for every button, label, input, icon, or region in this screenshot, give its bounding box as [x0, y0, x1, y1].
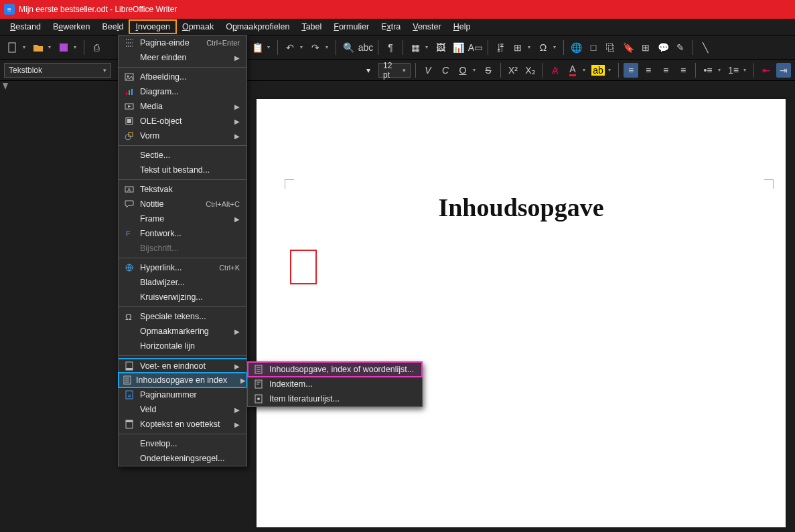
menu-opmaak[interactable]: Opmaak: [176, 20, 220, 33]
menu-tabel[interactable]: Tabel: [295, 20, 328, 33]
menu-item-sectie[interactable]: Sectie...: [119, 148, 246, 163]
blank-icon: [123, 341, 136, 351]
clear-format-icon[interactable]: A̷: [548, 63, 563, 78]
menu-item-item-literatuurlijst[interactable]: Item literatuurlijst...: [248, 391, 422, 406]
submenu-arrow-icon: ▶: [234, 406, 240, 414]
menu-item-horizontale-lijn[interactable]: Horizontale lijn: [119, 339, 246, 353]
submenu-arrow-icon: ▶: [234, 215, 240, 223]
menu-item-tekstvak[interactable]: ATekstvak: [119, 182, 246, 197]
strike-icon[interactable]: S: [481, 63, 496, 78]
track-changes-icon[interactable]: ✎: [673, 40, 688, 55]
chart-insert-icon[interactable]: 📊: [451, 40, 465, 55]
menu-item-meer-einden[interactable]: Meer einden▶: [119, 50, 246, 65]
menu-beeld[interactable]: Beeld: [96, 20, 129, 33]
menu-item-inhoudsopgave-en-index[interactable]: Inhoudsopgave en index▶: [119, 373, 246, 387]
increase-indent-icon[interactable]: ⇥: [776, 63, 791, 78]
subscript-icon[interactable]: X₂: [523, 63, 538, 78]
menu-item-koptekst-en-voettekst[interactable]: Koptekst en voettekst▶: [119, 417, 246, 432]
textbox-insert-icon[interactable]: A▭: [468, 40, 483, 55]
submenu-arrow-icon: ▶: [234, 118, 240, 125]
align-right-icon[interactable]: ≡: [658, 63, 673, 78]
align-justify-icon[interactable]: ≡: [676, 63, 691, 78]
field-icon[interactable]: ⊞: [510, 40, 525, 55]
endnote-icon[interactable]: ⿻: [603, 40, 618, 55]
redo-icon[interactable]: ↷: [308, 40, 323, 55]
font-size-combo[interactable]: 12 pt▾: [378, 63, 411, 78]
paste-icon[interactable]: 📋: [250, 40, 265, 55]
menu-item-label: Hyperlink...: [140, 263, 206, 272]
menu-item-label: Kruisverwijzing...: [140, 292, 240, 302]
menu-item-indexitem[interactable]: Indexitem...: [248, 377, 422, 391]
align-left-icon[interactable]: ≡: [624, 63, 638, 78]
menu-item-voet-en-eindnoot[interactable]: Voet- en eindnoot▶: [119, 358, 246, 373]
menu-help[interactable]: Help: [447, 20, 477, 33]
formatting-marks-icon[interactable]: ¶: [383, 40, 398, 55]
comment-insert-icon[interactable]: 💬: [656, 40, 670, 55]
blank-icon: [123, 213, 136, 224]
underline-icon[interactable]: O: [455, 63, 470, 78]
menu-opmaakprofielen[interactable]: Opmaakprofielen: [220, 20, 295, 33]
menu-item-media[interactable]: Media▶: [119, 99, 246, 114]
image-insert-icon[interactable]: 🖼: [433, 40, 448, 55]
symbol-icon[interactable]: Ω: [536, 40, 551, 55]
line-icon[interactable]: ╲: [698, 40, 713, 55]
menu-item-fontwork[interactable]: FFontwork...: [119, 226, 246, 241]
menu-item-afbeelding[interactable]: Afbeelding...: [119, 70, 246, 84]
menu-bewerken[interactable]: Bewerken: [47, 20, 96, 33]
menu-item-veld[interactable]: Veld▶: [119, 402, 246, 417]
menu-item-bladwijzer[interactable]: Bladwijzer...: [119, 275, 246, 290]
menu-item-frame[interactable]: Frame▶: [119, 211, 246, 226]
export-pdf-icon[interactable]: ⎙: [89, 40, 104, 55]
menu-venster[interactable]: Venster: [407, 20, 447, 33]
italic-icon[interactable]: C: [438, 63, 453, 78]
menu-invoegen[interactable]: Invoegen: [129, 20, 175, 33]
spellcheck-icon[interactable]: abc: [358, 40, 373, 55]
blank-icon: [123, 326, 136, 337]
footnote-icon[interactable]: □: [586, 40, 601, 55]
font-color-icon[interactable]: A: [565, 63, 580, 78]
menu-item-kruisverwijzing[interactable]: Kruisverwijzing...: [119, 290, 246, 304]
menu-item-speciale-tekens[interactable]: ΩSpeciale tekens...: [119, 309, 246, 324]
menu-item-pagina-einde[interactable]: Pagina-eindeCtrl+Enter: [119, 35, 246, 50]
save-icon[interactable]: [56, 40, 71, 55]
menu-item-ole-object[interactable]: OLE-object▶: [119, 114, 246, 128]
menu-item-inhoudsopgave-index-of-woordenlijst[interactable]: Inhoudsopgave, index of woordenlijst...: [248, 362, 422, 377]
menu-item-envelop[interactable]: Envelop...: [119, 436, 246, 451]
menu-item-notitie[interactable]: NotitieCtrl+Alt+C: [119, 197, 246, 211]
footer-icon: [123, 361, 136, 371]
hyperlink-icon: [123, 262, 136, 273]
menu-bestand[interactable]: Bestand: [4, 20, 47, 33]
decrease-indent-icon[interactable]: ⇤: [759, 63, 774, 78]
menu-item-label: Tekstvak: [140, 185, 240, 194]
window-title: Mijn eerste bestseller.odt - LibreOffice…: [19, 5, 177, 14]
undo-icon[interactable]: ↶: [283, 40, 297, 55]
find-icon[interactable]: 🔍: [341, 40, 356, 55]
open-icon[interactable]: [31, 40, 46, 55]
numbering-icon[interactable]: 1≡: [726, 63, 741, 78]
menu-item-diagram[interactable]: Diagram...: [119, 84, 246, 99]
highlight-icon[interactable]: ab: [591, 63, 605, 78]
superscript-icon[interactable]: X²: [506, 63, 520, 78]
hyperlink-insert-icon[interactable]: 🌐: [569, 40, 583, 55]
align-center-icon[interactable]: ≡: [641, 63, 656, 78]
blank-icon: [123, 277, 136, 288]
cross-ref-icon[interactable]: ⊞: [638, 40, 653, 55]
bookmark-icon[interactable]: 🔖: [621, 40, 636, 55]
svg-rect-5: [129, 90, 130, 95]
menu-item-vorm[interactable]: Vorm▶: [119, 128, 246, 143]
pagebreak-icon[interactable]: ⭿: [493, 40, 508, 55]
bold-icon[interactable]: V: [421, 63, 435, 78]
menu-item-ondertekeningsregel[interactable]: Ondertekeningsregel...: [119, 451, 246, 466]
menu-item-paginanummer[interactable]: #Paginanummer: [119, 387, 246, 402]
menu-formulier[interactable]: Formulier: [328, 20, 375, 33]
menu-extra[interactable]: Extra: [375, 20, 407, 33]
menu-item-tekst-uit-bestand[interactable]: Tekst uit bestand...: [119, 163, 246, 177]
menu-item-opmaakmarkering[interactable]: Opmaakmarkering▶: [119, 324, 246, 339]
bullets-icon[interactable]: •≡: [701, 63, 715, 78]
new-icon[interactable]: [5, 40, 20, 55]
page[interactable]: Inhoudsopgave: [257, 99, 786, 527]
paragraph-style-combo[interactable]: Tekstblok▾: [4, 63, 111, 78]
menu-item-hyperlink[interactable]: Hyperlink...Ctrl+K: [119, 260, 246, 275]
menu-item-label: Frame: [140, 214, 221, 224]
table-icon[interactable]: ▦: [408, 40, 423, 55]
